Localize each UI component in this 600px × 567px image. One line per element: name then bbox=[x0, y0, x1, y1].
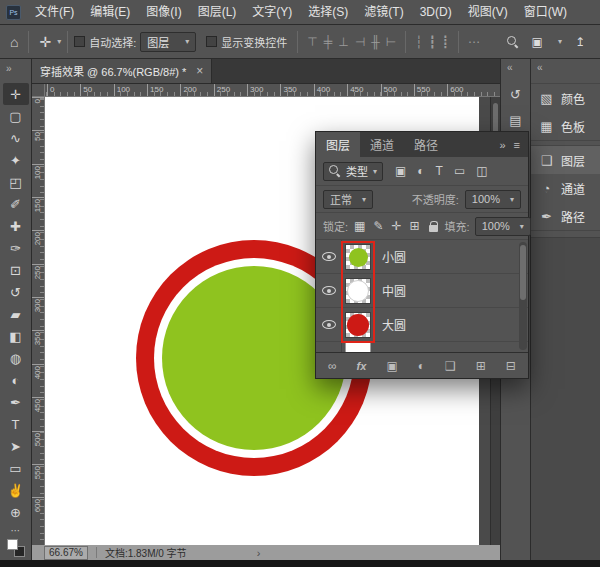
visibility-toggle[interactable] bbox=[316, 274, 342, 307]
history-panel-icon[interactable]: ↺ bbox=[505, 83, 527, 105]
layer-effects-icon[interactable]: fx bbox=[357, 360, 367, 372]
smart-object-filter-icon[interactable]: ◫ bbox=[474, 164, 489, 178]
dock-item-路径[interactable]: ✒路径 bbox=[531, 202, 600, 230]
type-tool[interactable]: T bbox=[3, 413, 29, 435]
menu-item[interactable]: 窗口(W) bbox=[516, 5, 575, 19]
distribute-icon[interactable]: ┆ bbox=[412, 35, 425, 49]
gradient-tool[interactable]: ◧ bbox=[3, 325, 29, 347]
menu-item[interactable]: 图层(L) bbox=[190, 5, 245, 19]
workspace-icon[interactable]: ▣ bbox=[529, 35, 546, 49]
align-icon[interactable]: ╫ bbox=[368, 35, 383, 49]
distribute-icon[interactable]: ┋ bbox=[439, 35, 452, 49]
panel-menu-icon[interactable]: ≡ bbox=[514, 139, 520, 151]
brush-tool[interactable]: ✑ bbox=[3, 237, 29, 259]
lock-all-icon[interactable] bbox=[429, 225, 438, 232]
layer-thumbnail[interactable] bbox=[345, 312, 371, 338]
layer-row[interactable]: 中圆 bbox=[316, 274, 528, 308]
zoom-level-field[interactable]: 66.67% bbox=[44, 546, 88, 560]
layer-mask-icon[interactable]: ▣ bbox=[386, 359, 397, 373]
menu-item[interactable]: 编辑(E) bbox=[82, 5, 138, 19]
quick-selection-tool[interactable]: ✦ bbox=[3, 149, 29, 171]
distribute-icon[interactable]: ┇ bbox=[425, 35, 438, 49]
show-transform-checkbox[interactable] bbox=[206, 36, 217, 47]
lock-transparent-icon[interactable]: ▦ bbox=[353, 219, 366, 233]
crop-tool[interactable]: ◰ bbox=[3, 171, 29, 193]
layer-thumbnail[interactable] bbox=[345, 342, 371, 352]
lock-position-icon[interactable]: ✛ bbox=[390, 219, 402, 233]
visibility-toggle[interactable] bbox=[316, 308, 342, 341]
auto-select-checkbox[interactable] bbox=[74, 36, 85, 47]
marquee-tool[interactable]: ▢ bbox=[3, 105, 29, 127]
layer-row-partial[interactable] bbox=[316, 342, 528, 352]
menu-item[interactable]: 滤镜(T) bbox=[356, 5, 411, 19]
eraser-tool[interactable]: ▰ bbox=[3, 303, 29, 325]
pixel-layer-filter-icon[interactable]: ▣ bbox=[393, 164, 408, 178]
share-icon[interactable]: ↥ bbox=[572, 35, 588, 49]
panel-tab-路径[interactable]: 路径 bbox=[404, 132, 448, 157]
dock-collapse-icon[interactable]: « bbox=[531, 59, 600, 79]
toolbar-collapse-icon[interactable]: » bbox=[0, 59, 31, 83]
lasso-tool[interactable]: ∿ bbox=[3, 127, 29, 149]
dock-collapse-icon[interactable]: « bbox=[501, 59, 530, 79]
align-icon[interactable]: ╪ bbox=[321, 35, 336, 49]
edit-toolbar-icon[interactable]: ⋯ bbox=[0, 525, 31, 536]
shape-tool[interactable]: ▭ bbox=[3, 457, 29, 479]
menu-item[interactable]: 视图(V) bbox=[460, 5, 516, 19]
search-icon[interactable] bbox=[507, 36, 519, 48]
dock-item-图层[interactable]: ❑图层 bbox=[531, 146, 600, 174]
layers-scrollbar[interactable] bbox=[519, 242, 527, 350]
panel-tab-图层[interactable]: 图层 bbox=[316, 132, 360, 157]
filter-type-select[interactable]: 类型 ▾ bbox=[323, 162, 383, 181]
dock-item-颜色[interactable]: ▧颜色 bbox=[531, 84, 600, 112]
color-swatches[interactable] bbox=[7, 539, 25, 557]
close-icon[interactable]: × bbox=[196, 64, 203, 78]
layer-thumbnail[interactable] bbox=[345, 278, 371, 304]
zoom-tool[interactable]: ⊕ bbox=[3, 501, 29, 523]
home-icon[interactable]: ⌂ bbox=[6, 34, 22, 50]
foreground-color-swatch[interactable] bbox=[7, 539, 18, 550]
menu-item[interactable]: 3D(D) bbox=[412, 5, 460, 19]
layer-row[interactable]: 小圆 bbox=[316, 240, 528, 274]
adjustment-layer-icon[interactable]: ◐ bbox=[418, 359, 425, 373]
panel-overflow-icon[interactable]: » bbox=[499, 139, 505, 151]
path-selection-tool[interactable]: ➤ bbox=[3, 435, 29, 457]
layer-thumbnail[interactable] bbox=[345, 244, 371, 270]
scrollbar-thumb[interactable] bbox=[520, 245, 526, 300]
shape-filter-icon[interactable]: ▭ bbox=[452, 164, 467, 178]
properties-panel-icon[interactable]: ▤ bbox=[505, 109, 527, 131]
align-icon[interactable]: ⊥ bbox=[335, 35, 351, 49]
menu-item[interactable]: 选择(S) bbox=[300, 5, 356, 19]
align-icon[interactable]: ⊤ bbox=[304, 35, 320, 49]
visibility-toggle[interactable] bbox=[316, 342, 342, 352]
menu-item[interactable]: 图像(I) bbox=[138, 5, 189, 19]
pen-tool[interactable]: ✒ bbox=[3, 391, 29, 413]
align-icon[interactable]: ⊣ bbox=[352, 35, 368, 49]
align-icon[interactable]: ⊢ bbox=[383, 35, 399, 49]
menu-item[interactable]: 文字(Y) bbox=[244, 5, 300, 19]
status-chevron-icon[interactable]: › bbox=[257, 547, 261, 559]
more-options-icon[interactable]: ⋯ bbox=[465, 35, 483, 49]
auto-select-target-select[interactable]: 图层 ▾ bbox=[140, 32, 196, 52]
dodge-tool[interactable]: ◐ bbox=[3, 369, 29, 391]
menu-item[interactable]: 文件(F) bbox=[27, 5, 82, 19]
fill-select[interactable]: 100% ▾ bbox=[475, 217, 531, 236]
current-tool-icon[interactable]: ✛ bbox=[35, 34, 55, 50]
hand-tool[interactable]: ✌ bbox=[3, 479, 29, 501]
type-filter-icon[interactable]: T bbox=[434, 164, 445, 178]
lock-artboard-icon[interactable]: ⊞ bbox=[409, 219, 421, 233]
blend-mode-select[interactable]: 正常 ▾ bbox=[323, 190, 373, 209]
layer-row[interactable]: 大圆 bbox=[316, 308, 528, 342]
dock-item-色板[interactable]: ▦色板 bbox=[531, 112, 600, 140]
blur-tool[interactable]: ◍ bbox=[3, 347, 29, 369]
eyedropper-tool[interactable]: ✐ bbox=[3, 193, 29, 215]
panel-tab-通道[interactable]: 通道 bbox=[360, 132, 404, 157]
dock-item-通道[interactable]: ◔通道 bbox=[531, 174, 600, 202]
lock-image-icon[interactable]: ✎ bbox=[372, 219, 384, 233]
history-brush-tool[interactable]: ↺ bbox=[3, 281, 29, 303]
layer-group-icon[interactable]: ❑ bbox=[445, 359, 456, 373]
clone-stamp-tool[interactable]: ⊡ bbox=[3, 259, 29, 281]
document-tab[interactable]: 穿插效果 @ 66.7%(RGB/8#) * × bbox=[32, 59, 212, 83]
visibility-toggle[interactable] bbox=[316, 240, 342, 273]
new-layer-icon[interactable]: ⊞ bbox=[476, 359, 486, 373]
move-tool[interactable]: ✛ bbox=[3, 83, 29, 105]
